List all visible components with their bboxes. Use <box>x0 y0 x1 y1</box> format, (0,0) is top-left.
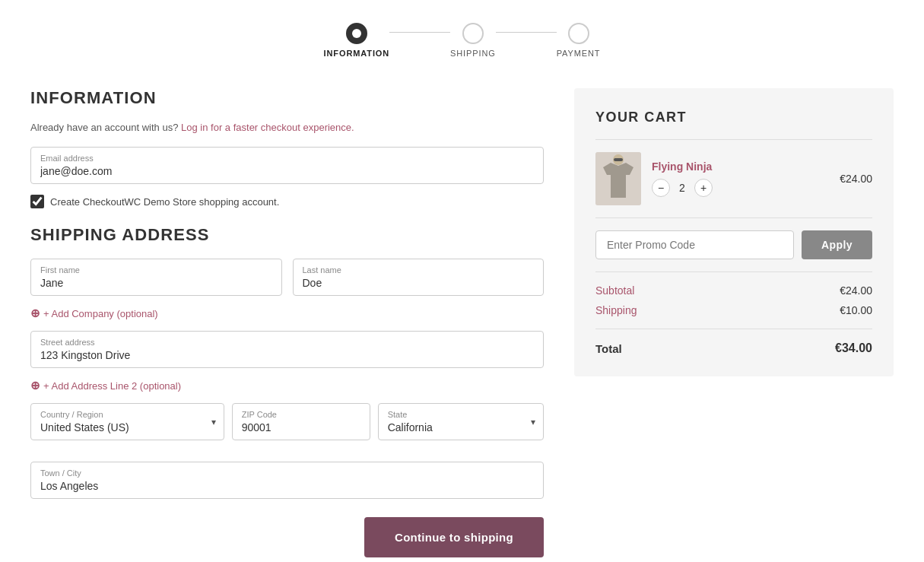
city-label: Town / City <box>40 468 534 478</box>
country-wrapper: Country / Region United States (US) ▾ <box>30 403 224 440</box>
state-group: State California ▾ <box>378 403 544 440</box>
city-input[interactable] <box>40 480 534 492</box>
subtotal-row: Subtotal €24.00 <box>595 284 872 297</box>
promo-row: Apply <box>595 230 872 259</box>
cart-item-info: Flying Ninja − 2 + <box>652 160 829 197</box>
cart-divider-3 <box>595 271 872 272</box>
step-information: INFORMATION <box>324 23 389 58</box>
street-group: Street address <box>30 331 544 368</box>
step-circle-shipping <box>462 23 484 44</box>
svg-rect-3 <box>614 158 623 161</box>
name-row: First name Last name <box>30 259 544 306</box>
first-name-label: First name <box>40 265 272 275</box>
zip-label: ZIP Code <box>242 410 360 419</box>
state-label: State <box>388 410 534 419</box>
subtotal-label: Subtotal <box>595 284 634 297</box>
cart-item-price: €24.00 <box>840 173 872 185</box>
street-input[interactable] <box>40 349 534 361</box>
quantity-control: − 2 + <box>652 179 829 197</box>
last-name-group: Last name <box>293 259 545 296</box>
street-wrapper: Street address <box>30 331 544 368</box>
plus-icon-2: ⊕ <box>30 379 40 392</box>
first-name-input[interactable] <box>40 277 272 289</box>
quantity-decrease-button[interactable]: − <box>652 179 670 197</box>
continue-to-shipping-button[interactable]: Continue to shipping <box>364 517 544 557</box>
city-wrapper: Town / City <box>30 462 544 499</box>
total-row: Total €34.00 <box>595 341 872 355</box>
last-name-wrapper: Last name <box>293 259 545 296</box>
continue-btn-row: Continue to shipping <box>30 517 544 557</box>
step-label-information: INFORMATION <box>324 49 389 58</box>
zip-group: ZIP Code <box>232 403 370 440</box>
country-label: Country / Region <box>40 410 214 419</box>
city-group: Town / City <box>30 462 544 499</box>
section-title-shipping: SHIPPING ADDRESS <box>30 225 544 245</box>
zip-input[interactable] <box>242 421 360 433</box>
create-account-checkbox[interactable] <box>30 195 44 208</box>
cart-panel: YOUR CART Flying <box>574 88 894 376</box>
shipping-label: Shipping <box>595 304 637 316</box>
country-select[interactable]: United States (US) <box>40 421 214 433</box>
add-address2-link[interactable]: ⊕ + Add Address Line 2 (optional) <box>30 379 544 392</box>
cart-title: YOUR CART <box>595 110 872 125</box>
location-row: Country / Region United States (US) ▾ ZI… <box>30 403 544 451</box>
total-label: Total <box>595 342 622 355</box>
zip-wrapper: ZIP Code <box>232 403 370 440</box>
promo-code-input[interactable] <box>595 230 794 259</box>
step-shipping: SHIPPING <box>450 23 496 58</box>
total-value: €34.00 <box>835 341 872 355</box>
plus-icon: ⊕ <box>30 306 40 320</box>
cart-divider-4 <box>595 329 872 329</box>
last-name-input[interactable] <box>303 277 535 289</box>
section-title-information: INFORMATION <box>30 88 544 108</box>
main-layout: INFORMATION Already have an account with… <box>30 73 894 557</box>
step-payment: PAYMENT <box>557 23 601 58</box>
step-line-2 <box>496 32 557 33</box>
progress-bar: INFORMATION SHIPPING PAYMENT <box>30 0 894 73</box>
page-wrapper: INFORMATION SHIPPING PAYMENT INFORMATION… <box>0 0 924 557</box>
step-label-shipping: SHIPPING <box>450 49 496 58</box>
step-circle-payment <box>568 23 589 44</box>
shipping-value: €10.00 <box>840 304 872 316</box>
create-account-label: Create CheckoutWC Demo Store shopping ac… <box>50 196 279 208</box>
left-panel: INFORMATION Already have an account with… <box>30 88 544 557</box>
login-link[interactable]: Log in for a faster checkout experience. <box>181 122 354 133</box>
state-wrapper: State California ▾ <box>378 403 544 440</box>
cart-item: Flying Ninja − 2 + €24.00 <box>595 152 872 205</box>
step-label-payment: PAYMENT <box>557 49 601 58</box>
quantity-increase-button[interactable]: + <box>694 179 713 197</box>
email-label: Email address <box>40 154 534 163</box>
cart-divider-2 <box>595 217 872 218</box>
shipping-row: Shipping €10.00 <box>595 304 872 316</box>
email-input[interactable] <box>40 165 534 177</box>
email-field-wrapper: Email address <box>30 147 544 184</box>
cart-divider-1 <box>595 139 872 140</box>
checkbox-row: Create CheckoutWC Demo Store shopping ac… <box>30 195 544 208</box>
email-group: Email address <box>30 147 544 184</box>
step-line-1 <box>389 32 450 33</box>
cart-item-name: Flying Ninja <box>652 160 829 173</box>
step-circle-information <box>346 23 367 44</box>
login-prompt: Already have an account with us? Log in … <box>30 122 544 133</box>
quantity-value: 2 <box>675 182 690 194</box>
street-label: Street address <box>40 338 534 347</box>
apply-promo-button[interactable]: Apply <box>802 230 872 259</box>
first-name-wrapper: First name <box>30 259 282 296</box>
last-name-label: Last name <box>303 265 535 275</box>
add-company-link[interactable]: ⊕ + Add Company (optional) <box>30 306 544 320</box>
subtotal-value: €24.00 <box>840 284 872 297</box>
country-group: Country / Region United States (US) ▾ <box>30 403 224 440</box>
cart-item-image <box>595 152 641 205</box>
state-select[interactable]: California <box>388 421 534 433</box>
first-name-group: First name <box>30 259 282 296</box>
